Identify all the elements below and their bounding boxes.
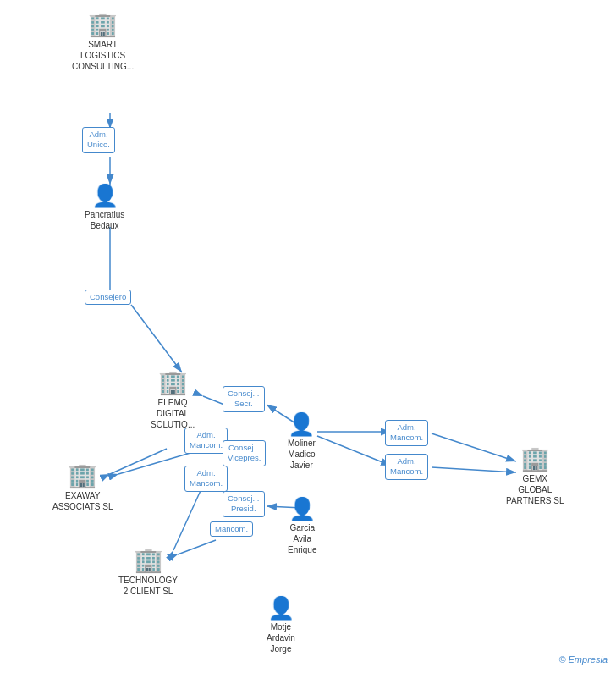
svg-line-13 — [118, 453, 190, 474]
technology2-node: 🏢 TECHNOLOGY2 CLIENT SL — [118, 549, 178, 597]
mancom-badge-node[interactable]: Mancom. — [210, 521, 253, 537]
technology2-building-icon: 🏢 — [134, 549, 163, 572]
moliner-label: MolinerMadicoJavier — [288, 438, 316, 471]
consejero-badge-node[interactable]: Consejero — [85, 290, 131, 305]
exaway-building-icon: 🏢 — [68, 464, 97, 488]
motje-node: 👤 MotjeArdavinJorge — [267, 597, 295, 654]
motje-icon: 👤 — [267, 597, 294, 619]
adm-mancom-badge1-node[interactable]: Adm.Mancom. — [184, 428, 228, 454]
adm-mancom-right2-node[interactable]: Adm.Mancom. — [385, 454, 428, 480]
motje-label: MotjeArdavinJorge — [267, 621, 295, 654]
gemx-building-icon: 🏢 — [520, 447, 550, 471]
technology2-label: TECHNOLOGY2 CLIENT SL — [118, 575, 178, 597]
elemq-node: 🏢 ELEMQDIGITALSOLUTIO... — [151, 371, 195, 430]
garcia-node: 👤 GarciaAvilaEnrique — [288, 498, 316, 555]
org-chart-diagram: 🏢 SMART LOGISTICS CONSULTING... Adm.Unic… — [0, 0, 616, 673]
svg-line-5 — [131, 305, 182, 372]
consejero-badge[interactable]: Consejero — [85, 290, 131, 305]
exaway-label: EXAWAYASSOCIATS SL — [52, 490, 113, 512]
person-icon: 👤 — [91, 185, 118, 207]
consej-presid-node[interactable]: Consej. .Presid. — [223, 491, 265, 517]
adm-unico-badge-node[interactable]: Adm.Unico. — [82, 127, 115, 153]
elemq-building-icon: 🏢 — [158, 371, 188, 394]
mancom-badge[interactable]: Mancom. — [210, 521, 253, 537]
gemx-label: GEMXGLOBALPARTNERS SL — [506, 473, 564, 506]
pancratius-label: PancratiusBedaux — [85, 209, 124, 231]
gemx-node: 🏢 GEMXGLOBALPARTNERS SL — [506, 447, 564, 506]
adm-mancom-badge2[interactable]: Adm.Mancom. — [184, 466, 228, 492]
consej-secr-badge[interactable]: Consej. .Secr. — [223, 386, 265, 412]
elemq-label: ELEMQDIGITALSOLUTIO... — [151, 397, 195, 430]
moliner-node: 👤 MolinerMadicoJavier — [288, 413, 316, 471]
adm-mancom-right1-badge[interactable]: Adm.Mancom. — [385, 420, 428, 446]
svg-line-10 — [317, 436, 391, 466]
adm-mancom-right1-node[interactable]: Adm.Mancom. — [385, 420, 428, 446]
adm-mancom-right2-badge[interactable]: Adm.Mancom. — [385, 454, 428, 480]
adm-mancom-badge1[interactable]: Adm.Mancom. — [184, 428, 228, 454]
svg-line-11 — [432, 467, 516, 472]
svg-line-9 — [432, 433, 516, 461]
consej-presid-badge[interactable]: Consej. .Presid. — [223, 491, 265, 517]
garcia-label: GarciaAvilaEnrique — [288, 522, 316, 555]
smart-logistics-label: SMART LOGISTICS CONSULTING... — [72, 39, 134, 72]
svg-line-12 — [110, 449, 167, 474]
adm-mancom-badge2-node[interactable]: Adm.Mancom. — [184, 466, 228, 492]
svg-line-16 — [173, 485, 203, 550]
moliner-icon: 👤 — [288, 413, 315, 435]
consej-secr-node[interactable]: Consej. .Secr. — [223, 386, 265, 412]
pancratius-node: 👤 PancratiusBedaux — [85, 185, 124, 231]
garcia-icon: 👤 — [289, 498, 316, 520]
watermark: © Empresia — [558, 654, 608, 665]
adm-unico-badge[interactable]: Adm.Unico. — [82, 127, 115, 153]
building-icon: 🏢 — [88, 13, 118, 36]
consej-vicepres-node[interactable]: Consej. .Vicepres. — [223, 440, 266, 466]
exaway-node: 🏢 EXAWAYASSOCIATS SL — [52, 464, 113, 512]
svg-line-15 — [178, 540, 216, 554]
consej-vicepres-badge[interactable]: Consej. .Vicepres. — [223, 440, 266, 466]
smart-logistics-node: 🏢 SMART LOGISTICS CONSULTING... — [72, 13, 134, 72]
